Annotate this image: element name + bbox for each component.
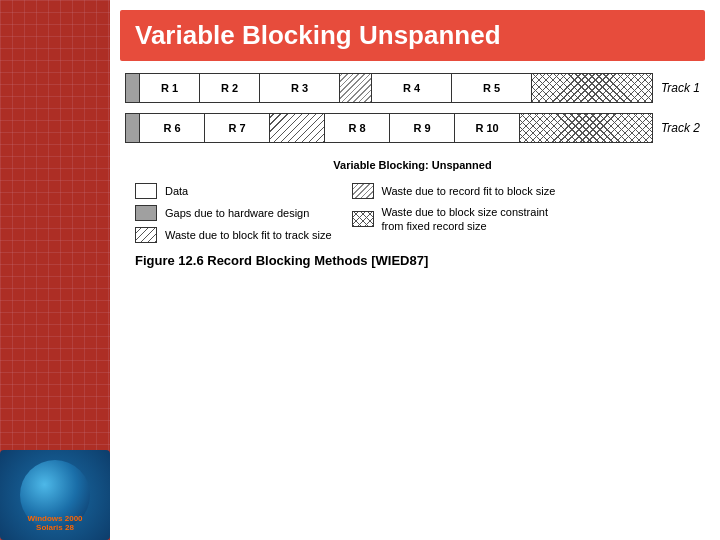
- main-content: Variable Blocking Unspanned R 1 R 2 R 3 …: [110, 0, 720, 540]
- legend-left: Data Gaps due to hardware design Waste d…: [135, 183, 332, 243]
- globe-label: Windows 2000Solaris 28: [27, 514, 82, 532]
- legend-gap-text: Gaps due to hardware design: [165, 206, 309, 220]
- legend-waste-block-text: Waste due to block size constraintfrom f…: [382, 205, 549, 234]
- track2-label: Track 2: [661, 121, 700, 135]
- diagram-area: R 1 R 2 R 3 R 4 R 5 Track 1: [120, 73, 705, 530]
- track2-waste-block: [520, 114, 652, 142]
- track2-blocks: R 6 R 7 R 8 R 9 R 10: [125, 113, 653, 143]
- track1-label: Track 1: [661, 81, 700, 95]
- legend-right: Waste due to record fit to block size Wa…: [352, 183, 556, 243]
- track1-gap: [126, 74, 140, 102]
- track2-r9: R 9: [390, 114, 455, 142]
- diagram-caption: Variable Blocking: Unspanned: [125, 159, 700, 171]
- legend-data: Data: [135, 183, 332, 199]
- track1-blocks: R 1 R 2 R 3 R 4 R 5: [125, 73, 653, 103]
- track1-waste-record: [340, 74, 372, 102]
- track2-container: R 6 R 7 R 8 R 9 R 10 Track 2: [125, 113, 700, 143]
- legend-gap: Gaps due to hardware design: [135, 205, 332, 221]
- legend-waste-track: Waste due to block fit to track size: [135, 227, 332, 243]
- legend-waste-track-text: Waste due to block fit to track size: [165, 228, 332, 242]
- track2-r6: R 6: [140, 114, 205, 142]
- figure-caption: Figure 12.6 Record Blocking Methods [WIE…: [125, 253, 700, 268]
- legend-gap-box: [135, 205, 157, 221]
- track1-r1: R 1: [140, 74, 200, 102]
- track1-r5: R 5: [452, 74, 532, 102]
- legend-waste-block-box: [352, 211, 374, 227]
- track1-r2: R 2: [200, 74, 260, 102]
- globe-image: Windows 2000Solaris 28: [0, 450, 110, 540]
- sidebar: Windows 2000Solaris 28: [0, 0, 110, 540]
- track2-gap: [126, 114, 140, 142]
- legend-data-text: Data: [165, 184, 188, 198]
- legend-waste-track-box: [135, 227, 157, 243]
- track1-container: R 1 R 2 R 3 R 4 R 5 Track 1: [125, 73, 700, 103]
- legend-waste-record: Waste due to record fit to block size: [352, 183, 556, 199]
- legend-waste-record-box: [352, 183, 374, 199]
- track1-r4: R 4: [372, 74, 452, 102]
- legend-waste-block: Waste due to block size constraintfrom f…: [352, 205, 556, 234]
- track2-waste-track: [270, 114, 325, 142]
- legend-data-box: [135, 183, 157, 199]
- track1-waste-block: [532, 74, 652, 102]
- track2-r7: R 7: [205, 114, 270, 142]
- track2-r8: R 8: [325, 114, 390, 142]
- slide-title: Variable Blocking Unspanned: [120, 10, 705, 61]
- legend-area: Data Gaps due to hardware design Waste d…: [125, 183, 700, 243]
- track1-r3: R 3: [260, 74, 340, 102]
- legend-waste-record-text: Waste due to record fit to block size: [382, 184, 556, 198]
- track2-r10: R 10: [455, 114, 520, 142]
